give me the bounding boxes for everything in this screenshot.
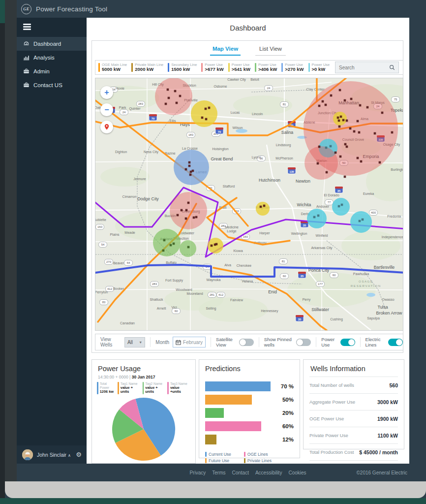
well-marker[interactable]	[366, 106, 369, 109]
well-marker[interactable]	[190, 171, 192, 173]
well-marker[interactable]	[362, 219, 364, 221]
well-marker[interactable]	[165, 103, 167, 105]
well-marker[interactable]	[330, 94, 333, 97]
well-marker[interactable]	[185, 168, 187, 171]
well-cluster-circle[interactable]	[307, 209, 327, 228]
search-input[interactable]	[335, 64, 389, 71]
well-marker[interactable]	[211, 245, 213, 247]
map-locate-pin-button[interactable]	[100, 121, 113, 133]
well-marker[interactable]	[340, 116, 342, 118]
well-marker[interactable]	[322, 100, 324, 103]
toggle-electric-lines[interactable]	[388, 339, 403, 346]
well-marker[interactable]	[263, 205, 266, 207]
well-marker[interactable]	[357, 157, 359, 159]
well-marker[interactable]	[192, 170, 194, 172]
map-zoom-in-button[interactable]: +	[100, 86, 113, 99]
well-marker[interactable]	[318, 105, 321, 107]
well-marker[interactable]	[344, 176, 346, 178]
well-marker[interactable]	[176, 102, 178, 104]
tab-list-view[interactable]: List View	[255, 46, 286, 56]
well-marker[interactable]	[325, 104, 327, 106]
map-zoom-out-button[interactable]: −	[100, 103, 113, 116]
well-marker[interactable]	[215, 243, 218, 246]
well-marker[interactable]	[391, 131, 394, 134]
well-marker[interactable]	[163, 239, 166, 242]
well-marker[interactable]	[318, 146, 321, 148]
well-cluster-circle[interactable]	[333, 112, 347, 126]
well-marker[interactable]	[189, 174, 192, 176]
map-view[interactable]: 2424242428328318328128128181815650505416…	[95, 78, 403, 331]
well-marker[interactable]	[359, 104, 362, 107]
well-marker[interactable]	[167, 89, 169, 91]
well-marker[interactable]	[168, 97, 170, 99]
well-marker[interactable]	[205, 118, 208, 121]
well-marker[interactable]	[344, 99, 346, 102]
well-marker[interactable]	[339, 156, 342, 158]
well-marker[interactable]	[173, 243, 175, 245]
toggle-power-use[interactable]	[340, 339, 355, 346]
map-canvas[interactable]: 2424242428328318328128128181815650505416…	[95, 78, 403, 330]
well-marker[interactable]	[195, 216, 198, 219]
hamburger-menu-icon[interactable]	[23, 24, 31, 30]
well-cluster-circle[interactable]	[256, 202, 270, 216]
well-marker[interactable]	[379, 161, 381, 164]
well-marker[interactable]	[313, 216, 316, 219]
well-marker[interactable]	[181, 209, 183, 212]
well-marker[interactable]	[338, 120, 340, 122]
well-cluster-circle[interactable]	[170, 192, 207, 229]
well-marker[interactable]	[174, 90, 177, 93]
gear-icon[interactable]: ⚙	[76, 451, 82, 458]
well-marker[interactable]	[177, 214, 179, 217]
month-picker[interactable]: February	[173, 337, 206, 347]
search-box[interactable]	[335, 62, 399, 73]
well-marker[interactable]	[185, 218, 187, 220]
well-marker[interactable]	[317, 215, 320, 217]
sidebar-item-contact-us[interactable]: Contact US	[17, 78, 87, 92]
well-marker[interactable]	[188, 161, 191, 164]
well-marker[interactable]	[162, 250, 165, 252]
well-cluster-circle[interactable]	[350, 211, 372, 233]
well-marker[interactable]	[338, 205, 340, 208]
user-menu[interactable]: John Sinclair ∧ ⚙	[17, 445, 87, 464]
well-marker[interactable]	[335, 152, 337, 154]
well-marker[interactable]	[381, 112, 384, 114]
well-cluster-circle[interactable]	[180, 240, 196, 257]
well-marker[interactable]	[187, 246, 190, 249]
well-marker[interactable]	[353, 130, 356, 133]
well-marker[interactable]	[357, 120, 359, 123]
well-cluster-circle[interactable]	[155, 78, 192, 115]
sidebar-item-analysis[interactable]: Analysis	[17, 51, 87, 64]
well-marker[interactable]	[350, 98, 353, 100]
well-cluster-circle[interactable]	[191, 100, 217, 127]
sidebar-item-dashboard[interactable]: Dashboard	[17, 37, 87, 51]
well-marker[interactable]	[201, 117, 204, 119]
well-marker[interactable]	[188, 165, 191, 167]
toggle-show-pinned-wells[interactable]	[296, 339, 311, 346]
well-cluster-circle[interactable]	[304, 146, 338, 180]
well-marker[interactable]	[205, 108, 207, 110]
well-marker[interactable]	[339, 89, 341, 92]
well-marker[interactable]	[374, 132, 376, 135]
footer-link-privacy[interactable]: Privacy	[189, 470, 206, 475]
well-marker[interactable]	[360, 160, 363, 163]
well-marker[interactable]	[346, 146, 348, 148]
well-marker[interactable]	[337, 117, 339, 119]
well-marker[interactable]	[185, 209, 188, 212]
toggle-satellite-view[interactable]	[239, 339, 254, 346]
footer-link-accessibility[interactable]: Accessibility	[255, 470, 282, 475]
well-marker[interactable]	[193, 217, 195, 219]
well-marker[interactable]	[338, 126, 341, 128]
well-marker[interactable]	[330, 145, 332, 148]
well-marker[interactable]	[179, 95, 182, 97]
footer-link-cookies[interactable]: Cookies	[288, 470, 306, 475]
well-marker[interactable]	[317, 162, 319, 165]
footer-link-contact[interactable]: Contact	[232, 470, 248, 475]
well-marker[interactable]	[341, 204, 343, 206]
well-cluster-circle[interactable]	[153, 229, 181, 256]
well-cluster-circle[interactable]	[332, 198, 350, 216]
well-marker[interactable]	[344, 143, 347, 146]
well-cluster-circle[interactable]	[174, 150, 209, 185]
view-wells-dropdown[interactable]: All▼	[124, 337, 145, 347]
well-marker[interactable]	[170, 244, 172, 247]
sidebar-item-admin[interactable]: Admin	[17, 64, 87, 78]
